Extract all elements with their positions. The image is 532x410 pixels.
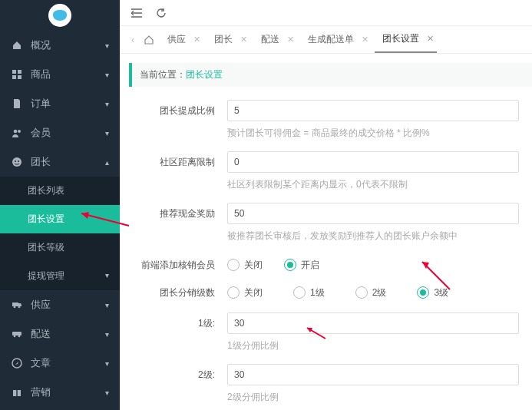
tab-close-icon[interactable]: ✕	[193, 35, 200, 45]
svg-rect-0	[12, 70, 16, 74]
levels-option[interactable]: 3级	[417, 286, 448, 299]
van-icon	[11, 328, 23, 340]
tab-label: 团长	[210, 33, 237, 46]
chevron-icon: ▾	[105, 129, 109, 137]
chevron-icon: ▾	[105, 100, 109, 108]
front-add-option[interactable]: 关闭	[227, 259, 263, 272]
sidebar-item-label: 会员	[31, 126, 51, 140]
sidebar-item-label: 供应	[31, 298, 51, 312]
sidebar-subitem-label: 团长等级	[28, 242, 64, 253]
commission-input[interactable]	[227, 100, 519, 121]
sidebar-subitem[interactable]: 团长设置	[0, 205, 120, 233]
tab[interactable]: 供应✕	[160, 27, 203, 53]
tab-home-icon[interactable]	[140, 35, 158, 45]
radio-dot-icon	[355, 286, 368, 299]
tab-close-icon[interactable]: ✕	[427, 34, 434, 44]
doc-icon	[11, 98, 23, 110]
breadcrumb: 当前位置：团长设置	[129, 63, 532, 87]
chevron-icon: ▾	[105, 330, 109, 339]
l1-input[interactable]	[227, 312, 519, 334]
gift-icon	[11, 386, 23, 398]
radio-dot-icon	[227, 259, 240, 271]
sidebar-item-truck[interactable]: 供应▾	[0, 290, 120, 319]
svg-point-11	[18, 306, 21, 309]
sidebar-toggle-icon[interactable]	[131, 7, 143, 19]
distance-label: 社区距离限制	[129, 156, 227, 169]
topbar	[120, 0, 532, 26]
tab[interactable]: 团长设置✕	[375, 27, 437, 53]
sidebar-subitem-label: 提现管理	[28, 270, 64, 281]
tab-label: 配送	[256, 33, 284, 46]
svg-rect-1	[18, 70, 21, 74]
svg-point-8	[18, 160, 19, 162]
tab-close-icon[interactable]: ✕	[240, 35, 247, 45]
radio-label: 2级	[372, 286, 387, 299]
radio-dot-icon	[417, 286, 429, 299]
levels-radio-group: 关闭1级2级3级	[227, 286, 532, 299]
reward-label: 推荐现金奖励	[129, 207, 227, 220]
radio-label: 3级	[434, 286, 448, 299]
sidebar-item-compass[interactable]: 文章▾	[0, 349, 120, 378]
tab[interactable]: 配送✕	[253, 27, 297, 53]
l2-input[interactable]	[227, 364, 519, 385]
distance-input[interactable]	[227, 151, 519, 173]
levels-label: 团长分销级数	[129, 286, 227, 299]
sidebar-item-label: 订单	[31, 97, 51, 111]
sidebar-subitem[interactable]: 团长等级	[0, 233, 120, 262]
tab-label: 团长设置	[378, 32, 424, 45]
sidebar-subitem-label: 团长设置	[28, 213, 64, 224]
truck-icon	[11, 299, 23, 311]
grid-icon	[11, 68, 23, 81]
tab-bar: ‹ 供应✕团长✕配送✕生成配送单✕团长设置✕	[120, 26, 532, 54]
svg-point-4	[14, 130, 18, 134]
svg-point-7	[15, 160, 16, 162]
sidebar-submenu: 团长列表团长设置团长等级提现管理▾	[0, 177, 120, 290]
sidebar-item-van[interactable]: 配送▾	[0, 319, 120, 349]
svg-rect-3	[18, 75, 21, 79]
sidebar-item-label: 文章	[31, 356, 51, 370]
sidebar-item-grid[interactable]: 商品▾	[0, 60, 120, 89]
tab[interactable]: 生成配送单✕	[300, 27, 372, 53]
sidebar-item-users[interactable]: 会员▾	[0, 118, 120, 147]
tab-close-icon[interactable]: ✕	[362, 35, 368, 45]
tab[interactable]: 团长✕	[207, 27, 250, 53]
chevron-icon: ▾	[105, 301, 109, 309]
radio-label: 开启	[301, 259, 319, 272]
logo-wrap	[0, 0, 120, 31]
sidebar-item-home[interactable]: 概况▾	[0, 31, 120, 60]
chevron-icon: ▴	[105, 158, 109, 167]
tab-close-icon[interactable]: ✕	[287, 35, 294, 45]
app-logo[interactable]	[48, 4, 71, 27]
chevron-icon: ▾	[105, 389, 109, 397]
svg-point-13	[14, 336, 16, 338]
radio-label: 关闭	[244, 259, 263, 272]
front-add-label: 前端添加核销会员	[129, 259, 227, 272]
radio-dot-icon	[293, 286, 306, 299]
svg-rect-18	[16, 390, 17, 396]
sidebar-item-smile[interactable]: 团长▴	[0, 147, 120, 177]
front-add-option[interactable]: 开启	[284, 259, 319, 272]
svg-rect-9	[12, 303, 18, 306]
refresh-icon[interactable]	[155, 7, 167, 19]
levels-option[interactable]: 关闭	[227, 286, 263, 299]
l2-hint: 2级分佣比例	[227, 391, 532, 404]
front-add-radio-group: 关闭开启	[227, 259, 532, 272]
tabs-prev-icon[interactable]: ‹	[126, 35, 140, 45]
levels-option[interactable]: 2级	[355, 286, 387, 299]
home-icon	[11, 39, 23, 51]
reward-input[interactable]	[227, 203, 519, 224]
sidebar-item-label: 团长	[31, 155, 51, 169]
levels-option[interactable]: 1级	[293, 286, 325, 299]
radio-label: 关闭	[244, 286, 263, 299]
sidebar-subitem[interactable]: 提现管理▾	[0, 262, 120, 290]
radio-label: 1级	[310, 286, 325, 299]
svg-point-5	[18, 130, 21, 133]
sidebar-item-label: 概况	[31, 38, 51, 52]
sidebar-item-gift[interactable]: 营销▾	[0, 378, 120, 407]
sidebar-item-doc[interactable]: 订单▾	[0, 89, 120, 118]
smile-icon	[11, 156, 23, 168]
sidebar-item-label: 配送	[31, 327, 51, 341]
users-icon	[11, 127, 23, 139]
sidebar-item-label: 商品	[31, 68, 51, 81]
sidebar-subitem[interactable]: 团长列表	[0, 177, 120, 205]
